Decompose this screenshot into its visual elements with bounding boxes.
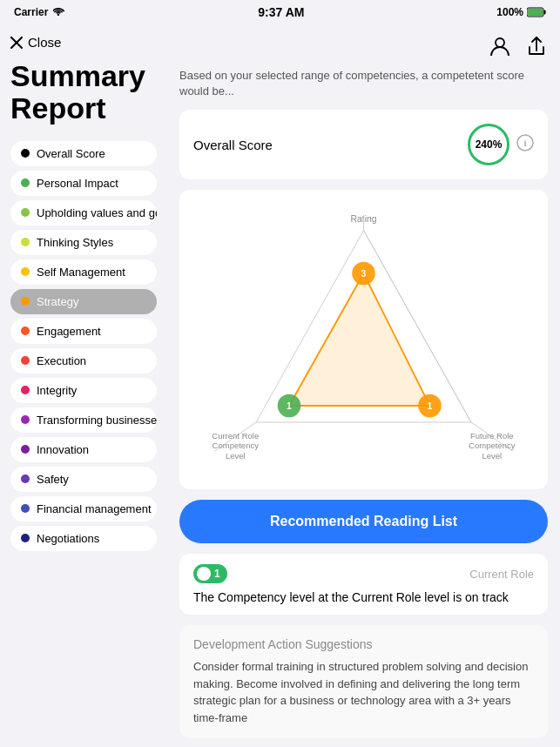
svg-rect-2 — [528, 9, 543, 16]
nav-item-label: Strategy — [37, 295, 78, 308]
close-label: Close — [28, 35, 61, 50]
top-actions — [179, 35, 548, 57]
close-button[interactable]: Close — [10, 35, 157, 50]
page-title: Summary Report — [10, 60, 157, 125]
badge-row: 1 Current Role — [193, 564, 534, 583]
toggle-badge: 1 — [193, 564, 227, 583]
sidebar-item-safety[interactable]: Safety — [10, 467, 157, 492]
nav-item-label: Engagement — [37, 325, 101, 338]
svg-text:Competency: Competency — [213, 441, 260, 451]
nav-dot-4 — [21, 267, 30, 276]
svg-text:Competency: Competency — [469, 441, 516, 451]
nav-item-label: Innovation — [37, 443, 89, 456]
battery-icon — [527, 7, 546, 17]
battery-label: 100% — [496, 6, 523, 18]
svg-text:Level: Level — [226, 451, 246, 461]
nav-item-label: Negotiations — [37, 532, 99, 545]
nav-item-label: Integrity — [37, 384, 77, 397]
nav-item-label: Safety — [37, 473, 69, 486]
toggle-circle — [197, 567, 211, 581]
content-area: Based on your selected range of competen… — [167, 24, 560, 747]
sidebar-item-strategy[interactable]: Strategy — [10, 289, 157, 314]
score-right: 240% i — [468, 124, 534, 165]
info-icon: i — [516, 134, 534, 151]
sidebar-item-overall-score[interactable]: Overall Score — [10, 141, 157, 166]
status-message: The Competency level at the Current Role… — [193, 590, 534, 604]
nav-item-label: Personal Impact — [37, 177, 118, 190]
nav-dot-6 — [21, 326, 30, 335]
svg-rect-1 — [543, 10, 545, 15]
badge-value: 1 — [214, 568, 220, 580]
svg-text:Future Role: Future Role — [470, 431, 514, 441]
nav-dot-1 — [21, 178, 30, 187]
score-circle: 240% — [468, 124, 509, 165]
nav-list: Overall ScorePersonal ImpactUpholding va… — [10, 141, 157, 551]
sidebar: Close Summary Report Overall ScorePerson… — [0, 24, 167, 747]
nav-dot-0 — [21, 149, 30, 158]
nav-dot-11 — [21, 474, 30, 483]
time-label: 9:37 AM — [258, 5, 304, 19]
sidebar-item-innovation[interactable]: Innovation — [10, 437, 157, 462]
role-label: Current Role — [469, 568, 534, 581]
nav-dot-10 — [21, 445, 30, 454]
main-layout: Close Summary Report Overall ScorePerson… — [0, 24, 560, 747]
development-section: Development Action Suggestions Consider … — [179, 625, 548, 738]
nav-item-label: Thinking Styles — [37, 236, 113, 249]
nav-dot-7 — [21, 356, 30, 365]
user-icon — [489, 35, 511, 57]
user-button[interactable] — [489, 35, 511, 57]
sidebar-item-execution[interactable]: Execution — [10, 348, 157, 374]
sidebar-item-financial-management[interactable]: Financial management — [10, 496, 157, 522]
svg-text:Level: Level — [482, 451, 502, 461]
score-card: Overall Score 240% i — [179, 110, 548, 179]
share-button[interactable] — [525, 35, 548, 57]
summary-description: Based on your selected range of competen… — [179, 68, 548, 99]
close-icon — [10, 37, 23, 49]
score-label: Overall Score — [193, 138, 273, 152]
svg-text:Current Role: Current Role — [212, 431, 259, 441]
sidebar-item-personal-impact[interactable]: Personal Impact — [10, 171, 157, 196]
nav-dot-5 — [21, 297, 30, 306]
info-button[interactable]: i — [516, 134, 534, 156]
sidebar-item-upholding-values-and-goals[interactable]: Upholding values and goals — [10, 200, 157, 225]
chart-container: Rating — [190, 200, 537, 479]
reading-list-button[interactable]: Recommended Reading List — [179, 500, 548, 543]
svg-marker-15 — [289, 273, 430, 406]
nav-item-label: Transforming businesses — [37, 414, 157, 427]
sidebar-item-engagement[interactable]: Engagement — [10, 319, 157, 344]
svg-text:1: 1 — [287, 401, 292, 411]
carrier-label: Carrier — [14, 6, 48, 18]
nav-item-label: Self Management — [37, 266, 125, 279]
nav-dot-3 — [21, 238, 30, 246]
nav-dot-8 — [21, 386, 30, 394]
svg-text:i: i — [523, 138, 526, 148]
sidebar-item-transforming-businesses[interactable]: Transforming businesses — [10, 407, 157, 433]
wifi-icon — [53, 8, 65, 17]
nav-dot-2 — [21, 208, 30, 217]
nav-item-label: Execution — [37, 354, 86, 367]
radar-chart: Rating — [190, 200, 537, 479]
sidebar-item-self-management[interactable]: Self Management — [10, 259, 157, 285]
nav-dot-12 — [21, 504, 30, 513]
share-icon — [525, 35, 548, 57]
dev-text: Consider formal training in structured p… — [193, 658, 534, 726]
sidebar-item-negotiations[interactable]: Negotiations — [10, 526, 157, 551]
svg-text:1: 1 — [428, 401, 433, 411]
nav-dot-13 — [21, 534, 30, 542]
nav-item-label: Financial management — [37, 502, 152, 515]
svg-point-5 — [496, 38, 504, 47]
sidebar-item-integrity[interactable]: Integrity — [10, 378, 157, 403]
dev-title: Development Action Suggestions — [193, 637, 534, 651]
status-bar: Carrier 9:37 AM 100% — [0, 0, 560, 24]
nav-item-label: Overall Score — [37, 147, 105, 160]
sidebar-item-thinking-styles[interactable]: Thinking Styles — [10, 230, 157, 255]
chart-card: Rating — [179, 190, 548, 489]
svg-text:3: 3 — [361, 269, 367, 279]
nav-dot-9 — [21, 415, 30, 424]
nav-item-label: Upholding values and goals — [37, 206, 157, 219]
status-row: 1 Current Role The Competency level at t… — [179, 554, 548, 615]
